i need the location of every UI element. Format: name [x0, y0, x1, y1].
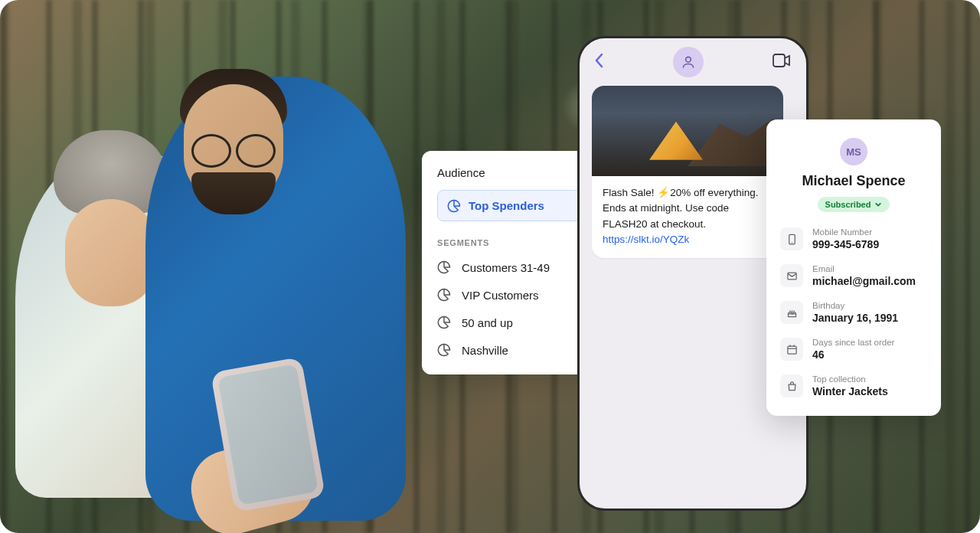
- field-label: Days since last order: [812, 338, 894, 347]
- profile-field-email: Email michael@gmail.com: [780, 264, 927, 287]
- segment-label: Customers 31-49: [462, 261, 550, 274]
- svg-rect-1: [773, 54, 785, 67]
- mail-icon: [786, 270, 798, 282]
- chevron-down-icon: [874, 201, 882, 208]
- field-label: Top collection: [812, 374, 888, 384]
- cake-icon: [786, 307, 798, 319]
- field-value: michael@gmail.com: [812, 275, 916, 287]
- profile-field-mobile: Mobile Number 999-345-6789: [780, 227, 927, 250]
- back-chevron-icon[interactable]: [595, 53, 604, 72]
- calendar-icon: [786, 344, 798, 355]
- person-icon: [681, 54, 696, 70]
- selected-segment-label: Top Spenders: [469, 199, 590, 212]
- profile-field-birthday: Birthday January 16, 1991: [780, 301, 927, 324]
- subscription-badge[interactable]: Subscribed: [818, 197, 890, 212]
- svg-point-0: [686, 57, 691, 62]
- profile-field-days: Days since last order 46: [780, 338, 927, 361]
- segment-label: Nashville: [462, 344, 508, 357]
- pie-chart-icon: [437, 316, 451, 329]
- lightning-emoji: ⚡: [657, 187, 670, 198]
- segment-label: VIP Customers: [462, 289, 539, 302]
- field-value: January 16, 1991: [812, 312, 898, 324]
- pie-chart-icon: [447, 199, 461, 213]
- video-call-icon[interactable]: [773, 54, 791, 70]
- field-value: 999-345-6789: [812, 238, 879, 250]
- people-illustration: [0, 54, 444, 533]
- segment-label: 50 and up: [462, 316, 513, 329]
- message-image: [592, 86, 783, 176]
- phone-header: [580, 38, 806, 86]
- field-label: Birthday: [812, 301, 898, 310]
- field-value: Winter Jackets: [812, 385, 888, 397]
- profile-name: Michael Spence: [780, 173, 927, 189]
- pie-chart-icon: [437, 343, 451, 357]
- message-text: Flash Sale! ⚡20% off everything. Ends at…: [592, 176, 783, 258]
- field-label: Mobile Number: [812, 227, 879, 237]
- pie-chart-icon: [437, 260, 451, 274]
- message-link[interactable]: https://slkt.io/YQZk: [603, 234, 689, 245]
- contact-avatar[interactable]: [673, 47, 704, 77]
- profile-avatar: MS: [840, 138, 867, 165]
- profile-field-collection: Top collection Winter Jackets: [780, 374, 927, 397]
- bag-icon: [786, 381, 798, 392]
- phone-icon: [786, 234, 798, 245]
- message-bubble: Flash Sale! ⚡20% off everything. Ends at…: [592, 86, 783, 258]
- contact-profile-card: MS Michael Spence Subscribed Mobile Numb…: [766, 119, 941, 416]
- svg-rect-8: [787, 346, 795, 354]
- field-label: Email: [812, 264, 916, 273]
- field-value: 46: [812, 348, 894, 361]
- pie-chart-icon: [437, 288, 451, 302]
